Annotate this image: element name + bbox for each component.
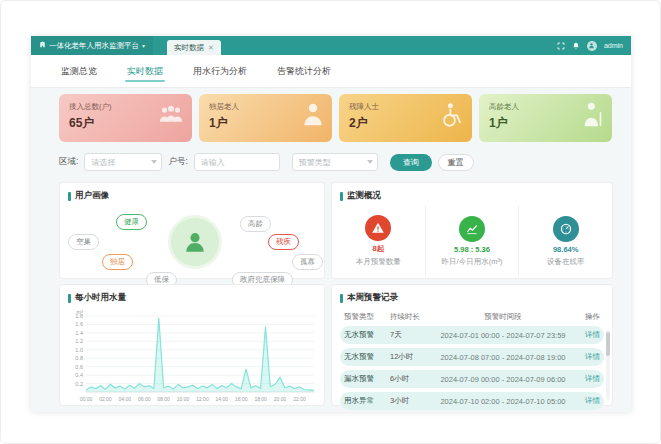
table-row[interactable]: 无水预警12小时2024-07-08 07:00 - 2024-07-08 19… xyxy=(340,348,604,366)
persona-tag[interactable]: 残疾 xyxy=(268,234,299,250)
reset-button[interactable]: 重置 xyxy=(438,154,474,171)
stat-value: 8起 xyxy=(373,244,385,254)
nav-bar: 监测总览 实时数据 用水行为分析 告警统计分析 xyxy=(31,55,631,88)
svg-text:06:00: 06:00 xyxy=(138,396,151,402)
app-title-area[interactable]: 一体化老年人用水监测平台 ▾ xyxy=(31,36,153,55)
title-accent-bar xyxy=(340,192,343,201)
persona-tag[interactable]: 健康 xyxy=(116,214,147,230)
svg-text:0.4: 0.4 xyxy=(75,372,83,378)
stat-card-elderly[interactable]: 高龄老人 1户 xyxy=(479,94,612,142)
stat-value: 5.98 : 5.36 xyxy=(454,245,490,254)
people-group-icon xyxy=(158,102,184,130)
table-title-text: 本周预警记录 xyxy=(347,292,398,304)
stat-card-living-alone[interactable]: 独居老人 1户 xyxy=(199,94,332,142)
nav-item-behavior-analysis[interactable]: 用水行为分析 xyxy=(191,55,249,88)
stat-monthly-alerts[interactable]: 8起 本月预警数量 xyxy=(332,206,426,276)
bell-icon[interactable] xyxy=(572,42,580,50)
svg-text:m³: m³ xyxy=(77,309,84,315)
open-tab-realtime[interactable]: 实时数据 ✕ xyxy=(167,40,221,55)
alert-type-select[interactable]: 预警类型 xyxy=(292,153,378,171)
building-icon xyxy=(39,41,46,50)
table-row[interactable]: 漏水预警6小时2024-07-09 00:00 - 2024-07-09 06:… xyxy=(340,370,604,388)
detail-link[interactable]: 详情 xyxy=(574,396,600,406)
cell-duration: 6小时 xyxy=(390,374,432,384)
app-title: 一体化老年人用水监测平台 xyxy=(49,41,139,51)
svg-text:04:00: 04:00 xyxy=(119,396,132,402)
header-actions: admin xyxy=(557,41,631,51)
wheelchair-icon xyxy=(440,102,464,131)
avatar[interactable] xyxy=(587,41,597,51)
svg-text:1.6: 1.6 xyxy=(75,321,83,327)
household-input[interactable] xyxy=(201,158,265,167)
alarm-triangle-icon xyxy=(365,215,391,241)
stat-label: 本月预警数量 xyxy=(356,257,401,267)
area-chart-svg: 0.20.40.60.81.01.21.41.61.8m³00:0002:000… xyxy=(66,308,318,406)
alerts-table: 预警类型 持续时长 预警时间段 操作 无水预警7天2024-07-01 00:0… xyxy=(332,308,612,410)
svg-text:00:00: 00:00 xyxy=(80,396,93,402)
title-accent-bar xyxy=(68,294,71,303)
username[interactable]: admin xyxy=(604,42,623,49)
nav-item-alert-analysis[interactable]: 告警统计分析 xyxy=(275,55,333,88)
persona-avatar xyxy=(171,218,219,266)
region-select[interactable]: 请选择 xyxy=(84,153,162,171)
table-row[interactable]: 无水预警7天2024-07-01 00:00 - 2024-07-07 23:5… xyxy=(340,326,604,344)
monitor-summary-panel: 监测概况 8起 本月预警数量 5.98 : 5.36 昨日/今日用水(m³) xyxy=(331,182,613,279)
stat-cards-row: 接入总数(户) 65户 独居老人 1户 残障人士 2户 xyxy=(59,94,613,142)
scrollbar-thumb[interactable] xyxy=(606,332,610,356)
persona-tag[interactable]: 高龄 xyxy=(240,216,271,232)
svg-text:18:00: 18:00 xyxy=(254,396,267,402)
stat-water-usage-compare[interactable]: 5.98 : 5.36 昨日/今日用水(m³) xyxy=(426,206,520,276)
detail-link[interactable]: 详情 xyxy=(574,330,600,340)
table-panel-title: 本周预警记录 xyxy=(332,285,612,308)
search-button[interactable]: 查询 xyxy=(390,154,432,171)
chevron-down-icon xyxy=(367,160,373,164)
cell-period: 2024-07-08 07:00 - 2024-07-08 19:00 xyxy=(432,353,574,362)
col-header-duration: 持续时长 xyxy=(390,312,432,322)
table-scrollbar[interactable] xyxy=(606,330,610,400)
persona-tag[interactable]: 空巢 xyxy=(68,234,99,250)
monitor-summary-title-text: 监测概况 xyxy=(347,190,381,202)
table-row[interactable]: 用水异常3小时2024-07-10 02:00 - 2024-07-10 05:… xyxy=(340,392,604,410)
fullscreen-icon[interactable] xyxy=(557,42,565,50)
table-body: 无水预警7天2024-07-01 00:00 - 2024-07-07 23:5… xyxy=(340,326,604,410)
svg-text:0.2: 0.2 xyxy=(75,381,83,387)
cell-duration: 7天 xyxy=(390,330,432,340)
chevron-down-icon: ▾ xyxy=(142,42,145,49)
household-filter-label: 户号: xyxy=(168,156,187,168)
cell-period: 2024-07-01 00:00 - 2024-07-07 23:59 xyxy=(432,331,574,340)
app-window: 一体化老年人用水监测平台 ▾ 实时数据 ✕ admin 监测总览 实时数据 用水… xyxy=(31,36,631,412)
title-accent-bar xyxy=(68,192,71,201)
hourly-usage-chart[interactable]: 0.20.40.60.81.01.21.41.61.8m³00:0002:000… xyxy=(60,308,324,410)
cell-type: 无水预警 xyxy=(344,330,390,340)
cell-duration: 3小时 xyxy=(390,396,432,406)
trend-chart-icon xyxy=(459,216,485,242)
chart-title-text: 每小时用水量 xyxy=(75,292,126,304)
detail-link[interactable]: 详情 xyxy=(574,352,600,362)
cell-period: 2024-07-09 00:00 - 2024-07-09 06:00 xyxy=(432,375,574,384)
elderly-person-icon xyxy=(582,102,604,131)
person-icon xyxy=(182,229,208,255)
detail-link[interactable]: 详情 xyxy=(574,374,600,384)
svg-text:12:00: 12:00 xyxy=(196,396,209,402)
persona-tag[interactable]: 孤寡 xyxy=(292,254,323,270)
chevron-down-icon xyxy=(151,160,157,164)
region-filter-label: 区域: xyxy=(59,156,78,168)
persona-tag-map: 空巢 健康 独居 低保 高龄 残疾 孤寡 政府兜底保障 xyxy=(60,206,324,282)
person-icon xyxy=(302,102,324,130)
svg-text:08:00: 08:00 xyxy=(157,396,170,402)
persona-panel: 用户画像 空巢 健康 独居 低保 高龄 残疾 孤寡 政府兜底保障 xyxy=(59,182,325,279)
svg-text:1.4: 1.4 xyxy=(75,330,83,336)
stat-card-disabled[interactable]: 残障人士 2户 xyxy=(339,94,472,142)
nav-item-overview[interactable]: 监测总览 xyxy=(59,55,99,88)
stat-card-total-households[interactable]: 接入总数(户) 65户 xyxy=(59,94,192,142)
household-input-wrap xyxy=(194,153,280,171)
persona-tag[interactable]: 独居 xyxy=(102,254,133,270)
close-icon[interactable]: ✕ xyxy=(208,44,214,52)
col-header-period: 预警时间段 xyxy=(432,312,574,322)
svg-text:22:00: 22:00 xyxy=(293,396,306,402)
stat-device-online-rate[interactable]: 98.64% 设备在线率 xyxy=(519,206,612,276)
nav-item-realtime-active[interactable]: 实时数据 xyxy=(125,55,165,88)
chart-panel-title: 每小时用水量 xyxy=(60,285,324,308)
svg-text:1.0: 1.0 xyxy=(75,347,83,353)
svg-text:14:00: 14:00 xyxy=(216,396,229,402)
